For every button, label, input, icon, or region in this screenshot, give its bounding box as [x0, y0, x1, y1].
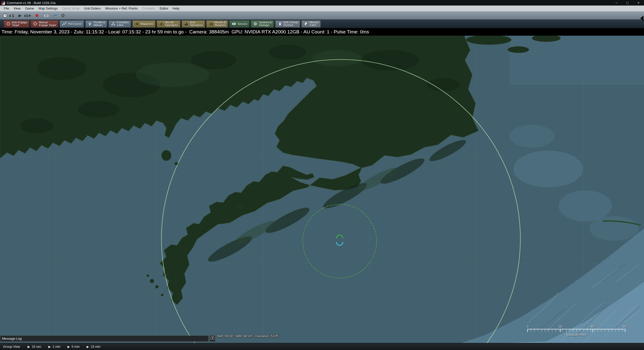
mission-editor-button[interactable]: Mission Editor	[301, 20, 321, 28]
bottom-bar: Group View ▶ 15 sec ▶ 1 min ▶ 5 min ▶ 15…	[0, 343, 644, 350]
menu-game[interactable]: Game	[23, 7, 36, 10]
unit-command-toolbar: Auto Engage Target Manual Engage Target …	[0, 20, 644, 28]
menu-contacts: Contacts	[140, 7, 157, 10]
clock-icon[interactable]	[3, 12, 8, 19]
magazines-icon	[135, 22, 139, 26]
manual-engage-target-button[interactable]: Manual Engage Target	[31, 20, 58, 28]
formation-editor-button[interactable]: Formation Editor	[108, 20, 131, 28]
throttle-altitude-button[interactable]: Throttle & Altitude	[85, 20, 107, 28]
message-log-expand-button[interactable]	[210, 335, 215, 342]
scale-numbers: 0 18 40 50	[527, 325, 625, 329]
menu-quick-jump: Quick Jump	[60, 7, 82, 10]
time-step-label: 5 min	[72, 345, 80, 348]
app-icon	[1, 1, 5, 5]
application-window: Command v1.06 - Build 1328.10a − □ × Fil…	[0, 0, 644, 350]
manual-engage-target-icon	[33, 22, 38, 26]
button-label-line1: Plot Course	[68, 23, 82, 25]
magazines-button[interactable]: Magazines	[132, 20, 156, 28]
menu-editor[interactable]: Editor	[157, 7, 171, 10]
button-label-line2: Editor	[310, 24, 319, 27]
scale-label-0: 0	[527, 325, 529, 328]
button-label-line1: Sensors	[237, 23, 247, 25]
button-label-line2: Doctrine	[284, 24, 298, 27]
button-label-line2: Weapons	[215, 24, 226, 27]
mounts-weapons-button[interactable]: Mounts & Weapons	[206, 20, 228, 28]
play-step-icon: ▶	[87, 345, 89, 348]
time-step-15min-button[interactable]: ▶ 15 min	[87, 345, 100, 348]
sensors-button[interactable]: Sensors	[229, 20, 250, 28]
message-log-bar[interactable]: Message Log	[0, 335, 209, 342]
scale-ruler	[527, 329, 625, 332]
sensors-icon	[231, 22, 236, 26]
scale-label-3: 50	[623, 325, 626, 328]
close-button[interactable]: ×	[633, 0, 644, 6]
button-label-line2: Engage Target	[39, 24, 56, 27]
menu-unit-orders[interactable]: Unit Orders	[82, 7, 103, 10]
snapshot-icon[interactable]	[43, 12, 49, 19]
map-viewport[interactable]: N45°08'18", W65°46'14" - Elevation: 522f…	[0, 36, 644, 343]
aircraft-operations-button[interactable]: Aircraft Operations	[157, 20, 180, 28]
cursor-info-block: N45°08'18", W65°46'14" - Elevation: 522f…	[217, 325, 305, 343]
button-label-line2: Operations	[165, 24, 178, 27]
unit-group-doctrine-button[interactable]: Unit / Group Doctrine	[275, 20, 300, 28]
button-label-line2: Editor	[117, 24, 129, 27]
minimize-button[interactable]: −	[611, 0, 622, 6]
boat-operations-button[interactable]: Boat Operations	[182, 20, 205, 28]
time-step-label: 1 min	[52, 345, 60, 348]
expand-panel-icon	[211, 336, 214, 341]
sidebar-collapse-arrow[interactable]	[640, 16, 643, 21]
group-view-label[interactable]: Group View	[3, 345, 20, 348]
play-icon[interactable]: ▶	[18, 14, 21, 18]
status-bar-text: Time: Friday, November 3, 2023 - Zulu: 1…	[2, 29, 369, 35]
step-compression-label: x1	[24, 14, 28, 18]
button-label-line2: Damage	[259, 24, 272, 27]
status-bar: Time: Friday, November 3, 2023 - Zulu: 1…	[0, 28, 644, 36]
button-label-line2: Operations	[190, 24, 203, 27]
map-svg	[0, 36, 644, 343]
message-log-title: Message Log	[2, 337, 22, 340]
time-toolbar: x 1 ▶ x1 ▶ ⚙	[0, 12, 644, 20]
jump-icon[interactable]	[52, 12, 57, 19]
time-step-15sec-button[interactable]: ▶ 15 sec	[28, 345, 42, 348]
menu-map-settings[interactable]: Map Settings	[36, 7, 60, 10]
play-step-icon: ▶	[48, 345, 51, 348]
menu-bar: File View Game Map Settings Quick Jump U…	[0, 6, 644, 12]
plot-course-button[interactable]: Plot Course	[60, 20, 84, 28]
title-bar: Command v1.06 - Build 1328.10a − □ ×	[0, 0, 644, 6]
window-title: Command v1.06 - Build 1328.10a	[7, 1, 56, 5]
mission-editor-icon	[304, 22, 308, 26]
scale-label-2: 40	[591, 325, 594, 328]
menu-missions-ref-points[interactable]: Missions + Ref. Points	[103, 7, 140, 10]
systems-damage-button[interactable]: Systems & Damage	[251, 20, 274, 28]
play-step-icon: ▶	[67, 345, 70, 348]
settings-gear-icon[interactable]: ⚙	[61, 13, 65, 18]
time-step-label: 15 sec	[32, 345, 41, 348]
button-label-line1: Magazines	[141, 23, 153, 25]
formation-editor-icon	[111, 22, 115, 26]
boat-operations-icon	[184, 22, 189, 26]
time-step-label: 15 min	[91, 345, 101, 348]
button-label-line2: Altitude	[94, 24, 105, 27]
menu-view[interactable]: View	[11, 7, 23, 10]
time-step-1min-button[interactable]: ▶ 1 min	[48, 345, 60, 348]
throttle-altitude-icon	[88, 22, 92, 26]
time-step-5min-button[interactable]: ▶ 5 min	[67, 345, 79, 348]
auto-engage-target-icon	[6, 22, 11, 26]
auto-engage-target-button[interactable]: Auto Engage Target	[4, 20, 29, 28]
doctrine-icon	[277, 22, 282, 26]
mounts-weapons-icon	[209, 22, 213, 26]
map-scale-bar: 0 18 40 50 Nautical miles	[527, 325, 625, 336]
aircraft-operations-icon	[159, 22, 164, 26]
record-icon[interactable]	[35, 12, 39, 19]
cursor-coordinates: N45°08'18", W65°46'14" - Elevation: 522f…	[217, 334, 305, 338]
systems-damage-icon	[253, 22, 258, 26]
play-step-icon: ▶	[28, 345, 30, 348]
step-play-icon[interactable]: ▶	[29, 14, 31, 17]
maximize-button[interactable]: □	[622, 0, 633, 6]
window-controls: − □ ×	[611, 0, 644, 6]
menu-help[interactable]: Help	[171, 7, 182, 10]
plot-course-icon	[62, 22, 67, 26]
scale-label-1: 18	[558, 325, 562, 328]
time-compression-label: x 1	[9, 14, 14, 18]
menu-file[interactable]: File	[2, 7, 11, 10]
